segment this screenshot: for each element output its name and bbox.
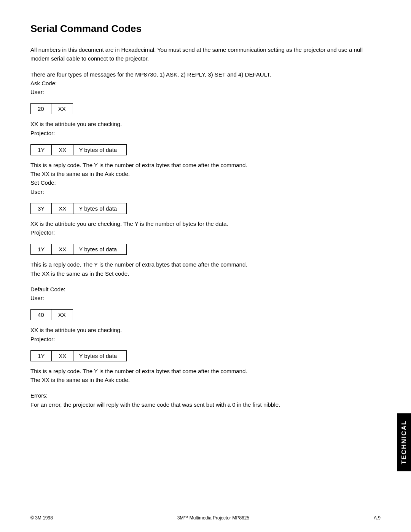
default-proj-note2: The XX is the same as in the Ask code.: [30, 377, 130, 383]
user-label-default: User:: [30, 295, 44, 301]
default-user-note: XX is the attribute you are checking.: [30, 327, 122, 333]
set-proj-col2: XX: [52, 244, 73, 255]
ask-user-table: 20 XX: [30, 103, 73, 114]
page-title: Serial Command Codes: [30, 23, 381, 35]
ask-projector-note-para: This is a reply code. The Y is the numbe…: [30, 161, 381, 196]
ask-user-col2: XX: [51, 104, 73, 114]
default-projector-note-para: This is a reply code. The Y is the numbe…: [30, 367, 381, 385]
ask-proj-col3: Y bytes of data: [73, 144, 127, 155]
user-label-ask: User:: [30, 89, 44, 95]
intro-paragraph-2: There are four types of messages for the…: [30, 70, 381, 97]
set-code-label: Set Code:: [30, 179, 56, 186]
table-row: 40 XX: [31, 310, 73, 320]
default-projector-table: 1Y XX Y bytes of data: [30, 350, 127, 361]
table-row: 3Y XX Y bytes of data: [31, 203, 127, 214]
intro-paragraph-1: All numbers in this document are in Hexa…: [30, 45, 381, 63]
set-proj-col1: 1Y: [31, 244, 52, 255]
default-proj-note1: This is a reply code. The Y is the numbe…: [30, 368, 247, 374]
ask-user-col1: 20: [31, 104, 51, 114]
errors-para: Errors: For an error, the projector will…: [30, 391, 381, 409]
default-code-header-para: Default Code: User:: [30, 285, 381, 303]
errors-label: Errors:: [30, 392, 48, 399]
default-user-table: 40 XX: [30, 309, 73, 320]
default-proj-col1: 1Y: [31, 350, 52, 361]
ask-projector-table: 1Y XX Y bytes of data: [30, 144, 127, 155]
footer-left: © 3M 1998: [30, 515, 53, 521]
table-row: 1Y XX Y bytes of data: [31, 144, 127, 155]
projector-label-set: Projector:: [30, 229, 55, 236]
set-projector-note-para: This is a reply code. The Y is the numbe…: [30, 260, 381, 278]
set-projector-table: 1Y XX Y bytes of data: [30, 244, 127, 255]
technical-tab: TECHNICAL: [397, 413, 411, 471]
page-footer: © 3M 1998 3M™ Multimedia Projector MP862…: [0, 512, 411, 521]
set-user-note-para: XX is the attribute you are checking. Th…: [30, 219, 381, 237]
user-label-set: User:: [30, 189, 44, 195]
set-proj-note2: The XX is the same as in the Set code.: [30, 270, 129, 277]
ask-proj-col2: XX: [52, 144, 73, 155]
set-projector-table-wrapper: 1Y XX Y bytes of data: [30, 244, 381, 255]
table-row: 1Y XX Y bytes of data: [31, 350, 127, 361]
default-user-col1: 40: [31, 310, 51, 320]
projector-label-default: Projector:: [30, 336, 55, 342]
ask-proj-col1: 1Y: [31, 144, 52, 155]
projector-label-ask: Projector:: [30, 130, 55, 136]
ask-user-note-para: XX is the attribute you are checking. Pr…: [30, 120, 381, 137]
table-row: 20 XX: [31, 104, 73, 114]
footer-center: 3M™ Multimedia Projector MP8625: [177, 515, 249, 521]
default-code-label: Default Code:: [30, 286, 65, 292]
table-row: 1Y XX Y bytes of data: [31, 244, 127, 255]
default-user-note-para: XX is the attribute you are checking. Pr…: [30, 326, 381, 343]
errors-note: For an error, the projector will reply w…: [30, 401, 280, 408]
ask-proj-note2: The XX is the same as in the Ask code.: [30, 171, 130, 177]
default-projector-table-wrapper: 1Y XX Y bytes of data: [30, 350, 381, 361]
default-user-table-wrapper: 40 XX: [30, 309, 381, 320]
intro2-text: There are four types of messages for the…: [30, 71, 271, 78]
set-proj-note1: This is a reply code. The Y is the numbe…: [30, 261, 247, 268]
ask-user-table-wrapper: 20 XX: [30, 103, 381, 114]
ask-user-note: XX is the attribute you are checking.: [30, 121, 122, 127]
ask-proj-note1: This is a reply code. The Y is the numbe…: [30, 162, 247, 168]
ask-code-label: Ask Code:: [30, 80, 57, 86]
set-proj-col3: Y bytes of data: [73, 244, 127, 255]
page-container: Serial Command Codes All numbers in this…: [0, 0, 411, 532]
set-user-col3: Y bytes of data: [73, 203, 127, 214]
set-user-col2: XX: [52, 203, 73, 214]
default-user-col2: XX: [51, 310, 73, 320]
set-user-table: 3Y XX Y bytes of data: [30, 203, 127, 214]
default-proj-col3: Y bytes of data: [73, 350, 127, 361]
set-user-note: XX is the attribute you are checking. Th…: [30, 220, 228, 227]
ask-projector-table-wrapper: 1Y XX Y bytes of data: [30, 144, 381, 155]
set-user-col1: 3Y: [31, 203, 52, 214]
footer-right: A.9: [374, 515, 381, 521]
default-proj-col2: XX: [52, 350, 73, 361]
set-user-table-wrapper: 3Y XX Y bytes of data: [30, 203, 381, 214]
